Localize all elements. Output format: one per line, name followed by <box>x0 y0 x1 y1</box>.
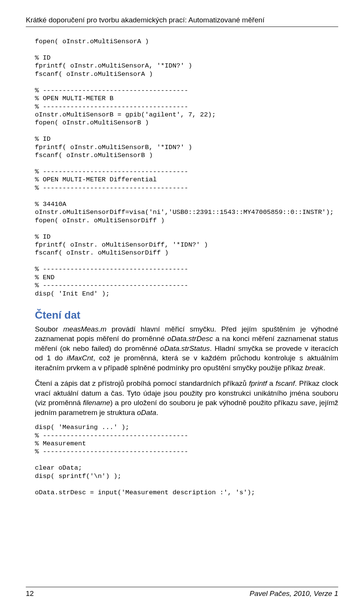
content-area: fopen( oInstr.oMultiSensorA ) % ID fprin… <box>35 38 338 497</box>
inline-code: fscanf <box>276 379 295 387</box>
code-block-measure: disp( 'Measuring ...' ); % -------------… <box>35 423 338 497</box>
paragraph-2: Čtení a zápis dat z přístrojů probíhá po… <box>35 379 338 417</box>
section-heading: Čtení dat <box>35 309 338 321</box>
text: Čtení a zápis dat z přístrojů probíhá po… <box>35 379 249 387</box>
text: a <box>267 379 276 387</box>
inline-code: filename <box>83 399 110 407</box>
inline-code: oData.strStatus <box>160 344 210 352</box>
page: Krátké doporučení pro tvorbu akademickýc… <box>0 0 364 613</box>
inline-code: measMeas.m <box>63 325 107 333</box>
text: . <box>323 364 325 372</box>
page-number: 12 <box>26 589 34 598</box>
paragraph-1: Soubor measMeas.m provádí hlavní měřicí … <box>35 324 338 373</box>
text: ) a pro uložení do souboru je pak výhodn… <box>110 399 300 407</box>
inline-code: fprintf <box>249 379 267 387</box>
inline-code: save <box>300 399 315 407</box>
footer-author: Pavel Pačes, 2010, Verze 1 <box>249 589 338 598</box>
inline-code: oData <box>137 409 156 417</box>
inline-code: iMaxCnt <box>67 354 93 362</box>
text: . <box>156 409 158 417</box>
inline-code: oData.strDesc <box>167 335 213 343</box>
text: Soubor <box>35 325 63 333</box>
code-block-init: fopen( oInstr.oMultiSensorA ) % ID fprin… <box>35 38 338 298</box>
running-header: Krátké doporučení pro tvorbu akademickýc… <box>26 16 338 27</box>
page-footer: 12 Pavel Pačes, 2010, Verze 1 <box>26 587 338 598</box>
inline-code: break <box>305 364 323 372</box>
